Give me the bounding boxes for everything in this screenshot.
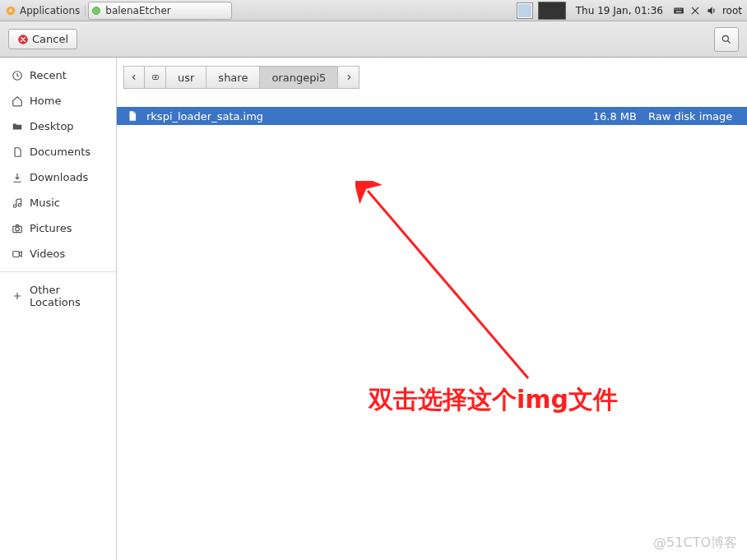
user-label[interactable]: root	[722, 5, 742, 16]
sidebar-item-label: Documents	[30, 146, 90, 158]
applications-menu[interactable]: Applications	[0, 5, 86, 16]
svg-rect-3	[677, 8, 678, 9]
cancel-label: Cancel	[32, 33, 68, 45]
workspace-switcher[interactable]	[538, 2, 566, 20]
annotation-arrow-icon	[355, 181, 553, 386]
watermark: @51CTO博客	[653, 535, 737, 552]
search-button[interactable]	[714, 27, 739, 52]
camera-icon	[12, 223, 23, 234]
path-segment-label: orangepi5	[271, 72, 326, 84]
show-desktop-button[interactable]	[517, 2, 533, 19]
path-segment-orangepi5[interactable]: orangepi5	[260, 66, 338, 89]
folder-icon	[12, 121, 23, 132]
sidebar-item-videos[interactable]: Videos	[0, 241, 116, 266]
video-icon	[12, 248, 23, 260]
sidebar-item-label: Recent	[30, 69, 67, 81]
path-segment-label: share	[218, 72, 248, 84]
sidebar-item-pictures[interactable]: Pictures	[0, 215, 116, 241]
applications-label: Applications	[20, 5, 80, 16]
svg-rect-1	[674, 7, 684, 13]
sidebar-item-recent[interactable]: Recent	[0, 62, 116, 88]
svg-point-17	[155, 76, 156, 78]
file-row[interactable]: rkspi_loader_sata.img 16.8 MB Raw disk i…	[117, 107, 747, 125]
sidebar-item-label: Home	[30, 95, 61, 107]
cancel-button[interactable]: Cancel	[8, 29, 77, 49]
path-segment-usr[interactable]: usr	[166, 66, 206, 89]
file-size: 16.8 MB	[582, 110, 648, 123]
file-chooser-content: usr share orangepi5 rkspi_loader_sata.im…	[117, 58, 747, 560]
music-icon	[12, 197, 23, 209]
home-icon	[12, 95, 23, 107]
balenaetcher-icon	[92, 7, 100, 15]
sidebar-separator	[0, 271, 116, 272]
svg-point-8	[722, 35, 728, 41]
annotation-text: 双击选择这个img文件	[369, 383, 618, 417]
volume-icon[interactable]	[706, 5, 717, 16]
keyboard-icon[interactable]	[673, 5, 684, 16]
path-segment-label: usr	[178, 72, 194, 84]
sidebar-item-label: Videos	[30, 248, 65, 260]
path-back-button[interactable]	[123, 66, 145, 89]
path-bar: usr share orangepi5	[117, 58, 747, 97]
clock[interactable]: Thu 19 Jan, 01:36	[571, 5, 668, 16]
svg-rect-6	[675, 11, 681, 12]
panel-left: Applications balenaEtcher	[0, 0, 234, 21]
download-icon	[12, 172, 23, 183]
dialog-body: Recent Home Desktop Documents Downloads …	[0, 58, 747, 560]
file-icon	[127, 110, 138, 122]
system-tray: Thu 19 Jan, 01:36 root	[571, 5, 747, 16]
sidebar-item-documents[interactable]: Documents	[0, 139, 116, 164]
svg-rect-15	[13, 251, 20, 257]
sidebar-item-music[interactable]: Music	[0, 190, 116, 215]
dialog-toolbar: Cancel	[0, 21, 747, 58]
file-name: rkspi_loader_sata.img	[146, 110, 582, 123]
sidebar-item-label: Music	[30, 197, 60, 209]
svg-point-14	[16, 227, 20, 231]
network-disconnected-icon[interactable]	[689, 5, 701, 16]
svg-rect-5	[680, 8, 681, 9]
file-list[interactable]: rkspi_loader_sata.img 16.8 MB Raw disk i…	[117, 107, 747, 125]
sidebar-item-downloads[interactable]: Downloads	[0, 164, 116, 190]
cancel-icon	[17, 34, 29, 45]
sidebar-item-label: Desktop	[30, 120, 74, 132]
file-type: Raw disk image	[648, 110, 739, 123]
path-forward-button[interactable]	[338, 66, 360, 89]
svg-rect-2	[675, 8, 675, 9]
svg-line-9	[728, 40, 731, 43]
sidebar-item-home[interactable]: Home	[0, 88, 116, 113]
svg-rect-4	[679, 8, 680, 9]
taskbar-balenaetcher[interactable]: balenaEtcher	[88, 2, 232, 20]
clock-icon	[12, 70, 23, 81]
sidebar-item-other-locations[interactable]: Other Locations	[0, 277, 116, 315]
sidebar-item-desktop[interactable]: Desktop	[0, 113, 116, 139]
sidebar-item-label: Downloads	[30, 171, 88, 183]
sidebar-item-label: Pictures	[30, 222, 72, 234]
path-segment-share[interactable]: share	[206, 66, 260, 89]
plus-icon	[12, 290, 23, 302]
search-icon	[721, 34, 732, 45]
svg-line-18	[368, 191, 528, 378]
sidebar-item-label: Other Locations	[30, 284, 104, 308]
document-icon	[12, 146, 23, 158]
places-sidebar: Recent Home Desktop Documents Downloads …	[0, 58, 117, 560]
path-root-button[interactable]	[145, 66, 166, 89]
xfce-logo-icon	[5, 5, 16, 16]
task-title: balenaEtcher	[105, 5, 170, 16]
system-panel: Applications balenaEtcher Thu 19 Jan, 01…	[0, 0, 747, 21]
